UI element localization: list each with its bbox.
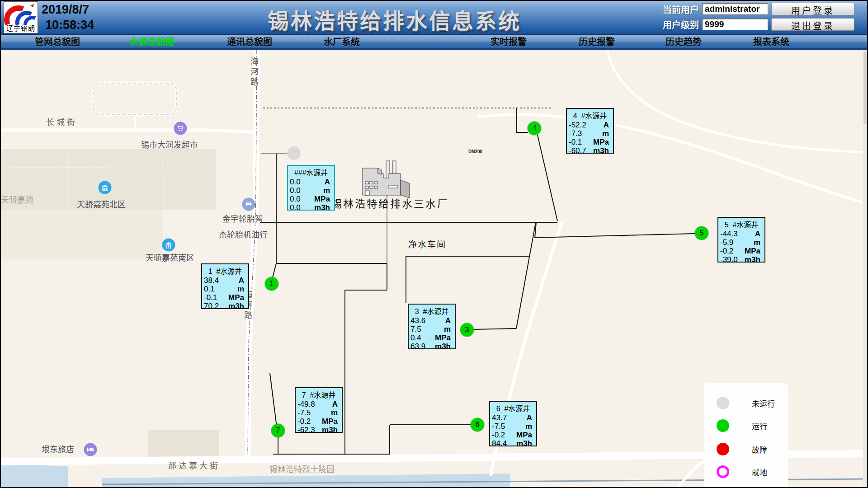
well-node-7[interactable]: 7 — [271, 424, 285, 437]
well-measurement-row: -7.5m — [296, 408, 342, 417]
login-button[interactable]: 用户登录 — [771, 3, 854, 15]
well-unit: m3h — [314, 203, 330, 212]
well-value: -52.2 — [569, 121, 586, 129]
well-node-1[interactable]: 1 — [265, 277, 278, 291]
legend-item-fault: 故障 — [704, 442, 788, 456]
well-box-5[interactable]: 5 #水源井-44.3A-5.9m-0.2MPa-39.0m3h — [717, 217, 765, 263]
workshop-label: 净水车间 — [408, 238, 446, 250]
well-unit: m3h — [435, 342, 451, 351]
map-scrollbar[interactable] — [863, 50, 867, 488]
well-value: 84.4 — [492, 439, 507, 448]
well-unit: m — [237, 285, 244, 293]
well-unit: A — [332, 400, 338, 408]
main-nav: 管网总貌图水源总貌图通讯总貌图水厂系统实时报警历史报警历史趋势报表系统 — [0, 35, 868, 50]
well-unit: A — [239, 276, 244, 285]
well-box-6[interactable]: 6 #水源井43.7A-7.5m-0.2MPa84.4m3h — [489, 401, 537, 446]
nav-item-water-source-overview[interactable]: 水源总貌图 — [129, 35, 175, 49]
well-box-title: 3 #水源井 — [409, 305, 455, 316]
well-measurement-row: -60.7m3h — [567, 146, 613, 155]
street-label: 金宇轮胎智 — [222, 212, 263, 224]
nav-item-pipe-network-overview[interactable]: 管网总貌图 — [35, 35, 80, 49]
well-unit: m3h — [516, 439, 532, 448]
poi-bed-icon[interactable] — [84, 443, 97, 456]
street-label: 杰轮胎机油行 — [219, 228, 268, 240]
current-user-input[interactable] — [702, 3, 768, 15]
well-box-1[interactable]: 1 #水源井38.4A0.1m-0.1MPa70.2m3h — [201, 263, 249, 309]
well-unit: A — [325, 178, 330, 186]
well-box-4[interactable]: 4 #水源井-52.2A-7.3m-0.1MPa-60.7m3h — [566, 108, 614, 154]
poi-car-icon[interactable] — [242, 198, 255, 211]
legend-label: 就地 — [752, 466, 767, 478]
well-value: 0.1 — [204, 285, 215, 293]
well-value: -0.1 — [204, 293, 217, 302]
poi-building-icon[interactable] — [162, 239, 175, 252]
nav-item-realtime-alarm[interactable]: 实时报警 — [491, 35, 527, 49]
well-measurement-row: -39.0m3h — [718, 255, 764, 264]
well-measurement-row: 38.4A — [202, 276, 248, 285]
well-box-title: 5 #水源井 — [718, 218, 764, 230]
nav-item-report-system[interactable]: 报表系统 — [753, 35, 789, 49]
well-box-title: 7 #水源井 — [296, 388, 342, 400]
legend-idle-icon — [717, 397, 729, 409]
street-label: 锡市大润发超市 — [141, 138, 198, 150]
well-value: -49.8 — [297, 400, 315, 408]
well-box-placeholder[interactable]: ###水源井0.0A0.0m0.0MPa0.0m3h — [287, 165, 335, 211]
nav-item-history-trend[interactable]: 历史趋势 — [665, 35, 702, 49]
user-level-input[interactable] — [702, 19, 768, 30]
datetime: 2019/8/7 10:58:34 — [42, 2, 94, 33]
well-measurement-row: 63.9m3h — [409, 342, 455, 351]
well-unit: A — [445, 316, 451, 325]
well-value: -0.2 — [720, 247, 733, 255]
map-canvas[interactable]: 锡林浩特给排水三水厂 净水车间 DN200 未运行运行故障就地 海河路海河路长 … — [0, 50, 868, 488]
well-unit: m — [323, 186, 330, 195]
well-node-idle[interactable] — [287, 146, 301, 160]
well-box-3[interactable]: 3 #水源井43.6A7.5m0.4MPa63.9m3h — [408, 304, 456, 349]
well-measurement-row: -5.9m — [718, 238, 764, 247]
well-node-3[interactable]: 3 — [460, 323, 474, 337]
well-value: -7.3 — [569, 129, 582, 138]
well-measurement-row: -7.5m — [490, 422, 536, 431]
well-value: 70.2 — [204, 302, 219, 310]
pipe-size-label: DN200 — [468, 149, 482, 154]
well-value: -7.5 — [297, 408, 311, 417]
legend-item-run: 运行 — [704, 419, 788, 432]
legend-local-icon — [717, 465, 729, 478]
well-measurement-row: 0.1m — [202, 285, 248, 293]
well-measurement-row: -0.2MPa — [490, 431, 536, 439]
street-label: 垠东旅店 — [42, 443, 74, 455]
legend-item-idle: 未运行 — [704, 396, 788, 410]
well-node-5[interactable]: 5 — [695, 226, 708, 240]
well-node-6[interactable]: 6 — [471, 418, 484, 432]
nav-item-history-alarm[interactable]: 历史报警 — [579, 35, 615, 49]
poi-cart-icon[interactable] — [174, 122, 187, 135]
well-value: -62.3 — [297, 426, 315, 434]
well-value: 0.0 — [290, 186, 301, 195]
nav-item-comm-overview[interactable]: 通讯总貌图 — [227, 35, 272, 49]
street-label: 天骄嘉苑 — [1, 193, 33, 205]
well-measurement-row: 0.0m3h — [288, 203, 334, 212]
logout-button[interactable]: 退出登录 — [771, 18, 854, 31]
poi-building-icon[interactable] — [99, 181, 112, 194]
well-unit: MPa — [745, 247, 760, 255]
well-value: 0.0 — [290, 195, 301, 203]
well-measurement-row: 43.7A — [490, 413, 536, 422]
well-unit: MPa — [322, 417, 338, 426]
well-unit: A — [755, 230, 760, 238]
well-value: 7.5 — [410, 325, 421, 333]
well-measurement-row: 84.4m3h — [490, 439, 536, 448]
nav-item-plant-system[interactable]: 水厂系统 — [324, 35, 360, 49]
well-box-title: 4 #水源井 — [567, 109, 613, 121]
well-value: -60.7 — [569, 146, 586, 155]
street-label: 天骄嘉苑南区 — [146, 251, 194, 263]
well-measurement-row: 0.0A — [288, 178, 334, 186]
well-value: -0.2 — [297, 417, 311, 426]
well-measurement-row: 43.6A — [409, 316, 455, 325]
well-box-7[interactable]: 7 #水源井-49.8A-7.5m-0.2MPa-62.3m3h — [295, 387, 343, 433]
well-node-4[interactable]: 4 — [528, 122, 541, 135]
well-measurement-row: -0.2MPa — [296, 417, 342, 426]
well-value: 63.9 — [410, 342, 425, 351]
map-scrollbar-thumb[interactable] — [863, 52, 867, 124]
well-value: -5.9 — [720, 238, 733, 247]
well-unit: MPa — [516, 431, 532, 439]
current-date: 2019/8/7 — [42, 2, 94, 17]
